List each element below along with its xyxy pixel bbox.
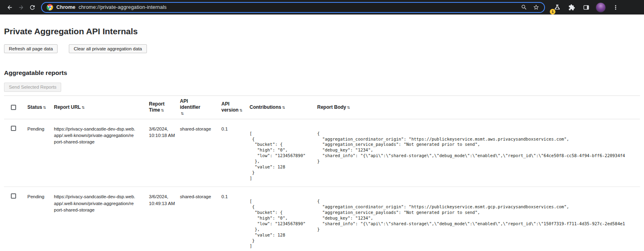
side-panel-icon[interactable] [580, 2, 592, 13]
back-arrow-icon [6, 4, 13, 11]
cell-report-body: { "aggregation_coordinator_origin": "htt… [317, 187, 640, 238]
page-content: Private Aggregation API Internals Refres… [0, 27, 644, 251]
reports-table: Status⇅ Report URL⇅ Report Time⇅ API ide… [4, 95, 640, 251]
omnibox[interactable]: Chrome chrome://private-aggregation-inte… [41, 2, 545, 13]
profile-avatar[interactable] [596, 2, 606, 12]
section-title: Aggregatable reports [4, 69, 640, 77]
back-button[interactable] [4, 2, 15, 13]
cell-api-version: 0.1 [221, 119, 250, 138]
row-checkbox-cell [4, 119, 27, 137]
menu-icon[interactable] [610, 2, 621, 13]
cell-api-version: 0.1 [221, 187, 250, 205]
cell-report-time: 3/6/2024, 10:10:18 AM [149, 119, 180, 144]
row-checkbox[interactable] [11, 126, 16, 131]
row-checkbox[interactable] [11, 193, 16, 199]
page-title: Private Aggregation API Internals [4, 27, 640, 36]
sort-icon: ⇅ [239, 108, 243, 112]
notification-badge: 1 [550, 9, 555, 15]
cell-status: Pending [27, 119, 54, 138]
column-header-api-identifier[interactable]: API identifier⇅ [180, 96, 208, 119]
report-body-json: { "aggregation_coordinator_origin": "htt… [317, 131, 635, 164]
sort-icon: ⇅ [43, 106, 46, 110]
cell-api-identifier: shared-storage [180, 119, 221, 138]
labs-beaker-icon[interactable]: 1 [551, 2, 563, 13]
cell-status: Pending [27, 187, 54, 205]
zoom-icon[interactable] [521, 4, 527, 10]
header-checkbox-cell [4, 102, 27, 112]
cell-api-identifier: shared-storage [180, 187, 221, 205]
send-selected-button[interactable]: Send Selected Reports [4, 83, 61, 91]
cell-report-body: { "aggregation_coordinator_origin": "htt… [317, 119, 640, 170]
sort-icon: ⇅ [82, 106, 85, 110]
toolbar-right-icons: 1 [551, 2, 621, 13]
row-checkbox-cell [4, 187, 27, 204]
page-actions: Refresh all page data Clear all private … [4, 44, 640, 53]
forward-arrow-icon [18, 4, 25, 11]
report-body-json: { "aggregation_coordinator_origin": "htt… [317, 199, 635, 232]
sort-icon: ⇅ [181, 112, 184, 116]
table-row: Pending https://privacy-sandcastle-dev-d… [4, 187, 640, 251]
sort-icon: ⇅ [347, 106, 350, 110]
table-row: Pending https://privacy-sandcastle-dev-d… [4, 119, 640, 187]
select-all-checkbox[interactable] [11, 105, 16, 110]
column-header-report-url[interactable]: Report URL⇅ [54, 102, 149, 113]
column-header-report-time[interactable]: Report Time⇅ [149, 99, 180, 116]
contributions-json: [ { "bucket": { "high": "0", "low": "123… [250, 131, 312, 181]
cell-report-url: https://privacy-sandcastle-dev-dsp.web.a… [54, 119, 149, 151]
bookmark-star-icon[interactable] [533, 4, 539, 10]
forward-button[interactable] [15, 2, 27, 13]
url-chip-label: Chrome [56, 4, 75, 10]
reload-icon [29, 4, 36, 11]
cell-contributions: [ { "bucket": { "high": "0", "low": "123… [250, 119, 317, 187]
reload-button[interactable] [27, 2, 38, 13]
column-header-contributions[interactable]: Contributions⇅ [250, 102, 317, 113]
contributions-json: [ { "bucket": { "high": "0", "low": "123… [250, 199, 312, 249]
sort-icon: ⇅ [282, 106, 285, 110]
table-header-row: Status⇅ Report URL⇅ Report Time⇅ API ide… [4, 95, 640, 119]
sort-icon: ⇅ [161, 108, 164, 112]
refresh-all-button[interactable]: Refresh all page data [4, 44, 58, 53]
clear-all-button[interactable]: Clear all private aggregation data [69, 44, 147, 53]
chrome-logo-icon [47, 4, 53, 10]
cell-report-url: https://privacy-sandcastle-dev-dsp.web.a… [54, 187, 149, 218]
extensions-puzzle-icon[interactable] [566, 2, 577, 13]
column-header-status[interactable]: Status⇅ [27, 102, 54, 113]
column-header-report-body[interactable]: Report Body⇅ [317, 102, 640, 113]
cell-contributions: [ { "bucket": { "high": "0", "low": "123… [250, 187, 317, 251]
cell-report-time: 3/6/2024, 10:49:13 AM [149, 187, 180, 212]
column-header-api-version[interactable]: API version⇅ [221, 99, 250, 116]
url-text: chrome://private-aggregation-internals [78, 4, 167, 10]
browser-toolbar: Chrome chrome://private-aggregation-inte… [0, 0, 644, 15]
